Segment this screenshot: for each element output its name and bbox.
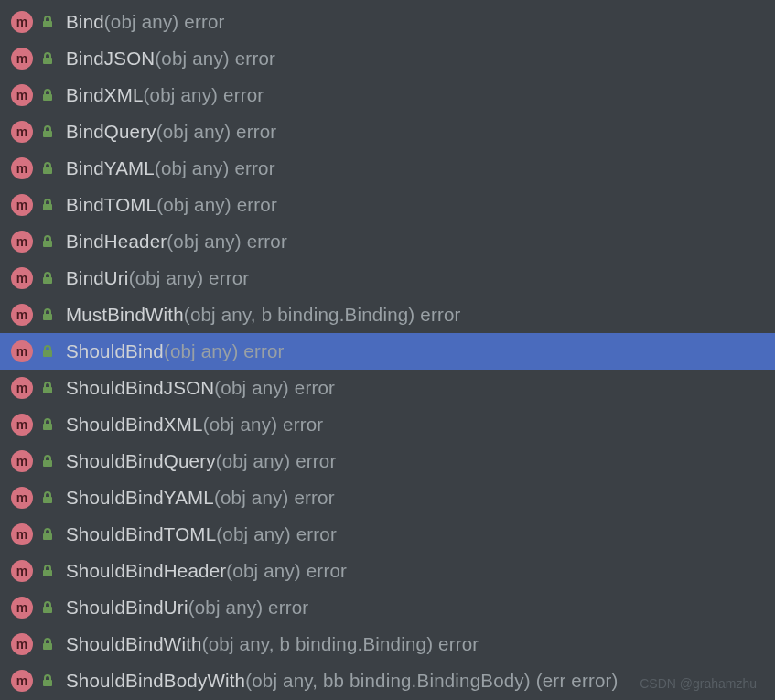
lock-icon — [40, 417, 55, 432]
method-signature: (obj any, b binding.Binding) error — [202, 633, 479, 654]
completion-item[interactable]: mShouldBindWith(obj any, b binding.Bindi… — [0, 626, 775, 662]
method-signature: (obj any) error — [203, 414, 324, 435]
method-icon: m — [11, 157, 33, 179]
method-name: ShouldBindXML — [66, 414, 203, 435]
completion-item[interactable]: mBindHeader(obj any) error — [0, 223, 775, 260]
completion-item[interactable]: mBindTOML(obj any) error — [0, 187, 775, 223]
lock-icon — [40, 637, 55, 652]
method-icon: m — [11, 523, 33, 545]
lock-icon — [40, 381, 55, 395]
svg-rect-8 — [43, 314, 52, 320]
svg-rect-6 — [43, 241, 52, 247]
svg-rect-13 — [43, 497, 52, 503]
method-name: BindYAML — [66, 157, 155, 178]
method-icon: m — [11, 84, 33, 106]
method-text: ShouldBindHeader(obj any) error — [66, 560, 347, 582]
svg-rect-16 — [43, 607, 52, 613]
method-signature: (obj any) error — [226, 560, 347, 581]
svg-rect-14 — [43, 533, 52, 540]
lock-icon — [40, 51, 55, 66]
completion-item[interactable]: mBind(obj any) error — [0, 4, 775, 40]
svg-rect-11 — [43, 424, 52, 430]
completion-item[interactable]: mBindYAML(obj any) error — [0, 150, 775, 187]
svg-rect-15 — [43, 570, 52, 576]
lock-icon — [40, 271, 55, 285]
method-signature: (obj any) error — [104, 11, 225, 32]
lock-icon — [40, 15, 55, 29]
method-icon: m — [11, 487, 33, 509]
method-icon: m — [11, 560, 33, 582]
svg-rect-4 — [43, 167, 52, 174]
method-icon: m — [11, 304, 33, 326]
method-signature: (obj any) error — [155, 157, 275, 178]
completion-item[interactable]: mShouldBind(obj any) error — [0, 333, 775, 370]
method-signature: (obj any) error — [156, 121, 277, 142]
completion-item[interactable]: mBindUri(obj any) error — [0, 260, 775, 296]
svg-rect-2 — [43, 94, 52, 101]
method-signature: (obj any) error — [164, 340, 285, 361]
lock-icon — [40, 527, 55, 542]
method-name: Bind — [66, 11, 104, 32]
method-text: BindYAML(obj any) error — [66, 157, 275, 179]
lock-icon — [40, 490, 55, 505]
lock-icon — [40, 454, 55, 468]
method-icon: m — [11, 11, 33, 33]
svg-rect-5 — [43, 204, 52, 210]
method-text: BindJSON(obj any) error — [66, 48, 275, 70]
method-signature: (obj any) error — [167, 231, 287, 252]
method-name: ShouldBindYAML — [66, 487, 214, 508]
method-text: ShouldBindBodyWith(obj any, bb binding.B… — [66, 670, 619, 692]
method-name: MustBindWith — [66, 304, 184, 325]
lock-icon — [40, 600, 55, 615]
method-text: BindHeader(obj any) error — [66, 231, 287, 253]
svg-rect-10 — [43, 387, 52, 393]
method-name: ShouldBindHeader — [66, 560, 226, 581]
completion-item[interactable]: mBindXML(obj any) error — [0, 77, 775, 113]
method-text: ShouldBindYAML(obj any) error — [66, 487, 335, 509]
completion-item[interactable]: mShouldBindXML(obj any) error — [0, 406, 775, 443]
method-text: ShouldBindXML(obj any) error — [66, 414, 323, 436]
method-text: ShouldBindWith(obj any, b binding.Bindin… — [66, 633, 479, 655]
method-name: ShouldBindBodyWith — [66, 670, 245, 691]
method-signature: (obj any) error — [214, 377, 335, 398]
completion-item[interactable]: mShouldBindQuery(obj any) error — [0, 443, 775, 479]
method-signature: (obj any) error — [216, 523, 337, 544]
method-icon: m — [11, 450, 33, 472]
method-icon: m — [11, 267, 33, 289]
svg-rect-1 — [43, 58, 52, 64]
method-text: BindTOML(obj any) error — [66, 194, 277, 216]
method-signature: (obj any, bb binding.BindingBody) (err e… — [245, 670, 618, 691]
method-text: ShouldBindQuery(obj any) error — [66, 450, 336, 472]
method-icon: m — [11, 121, 33, 143]
method-signature: (obj any) error — [214, 487, 335, 508]
method-icon: m — [11, 231, 33, 253]
completion-item[interactable]: mMustBindWith(obj any, b binding.Binding… — [0, 296, 775, 333]
svg-rect-0 — [43, 21, 52, 27]
completion-item[interactable]: mShouldBindUri(obj any) error — [0, 589, 775, 626]
method-text: ShouldBind(obj any) error — [66, 340, 285, 362]
method-text: ShouldBindUri(obj any) error — [66, 597, 308, 619]
lock-icon — [40, 564, 55, 578]
completion-item[interactable]: mShouldBindYAML(obj any) error — [0, 479, 775, 516]
method-text: BindQuery(obj any) error — [66, 121, 276, 143]
method-text: Bind(obj any) error — [66, 11, 225, 33]
lock-icon — [40, 88, 55, 102]
method-name: ShouldBindTOML — [66, 523, 216, 544]
method-text: MustBindWith(obj any, b binding.Binding)… — [66, 304, 461, 326]
method-text: BindUri(obj any) error — [66, 267, 249, 289]
completion-item[interactable]: mShouldBindJSON(obj any) error — [0, 370, 775, 406]
completion-item[interactable]: mShouldBindHeader(obj any) error — [0, 553, 775, 589]
method-signature: (obj any) error — [216, 450, 337, 471]
method-signature: (obj any) error — [188, 597, 309, 618]
method-name: BindQuery — [66, 121, 156, 142]
completion-item[interactable]: mShouldBindTOML(obj any) error — [0, 516, 775, 553]
completion-item[interactable]: mBindJSON(obj any) error — [0, 40, 775, 77]
completion-item[interactable]: mBindQuery(obj any) error — [0, 113, 775, 150]
lock-icon — [40, 198, 55, 212]
lock-icon — [40, 161, 55, 176]
lock-icon — [40, 124, 55, 139]
lock-icon — [40, 673, 55, 688]
method-icon: m — [11, 194, 33, 216]
svg-rect-18 — [43, 680, 52, 686]
method-icon: m — [11, 597, 33, 619]
